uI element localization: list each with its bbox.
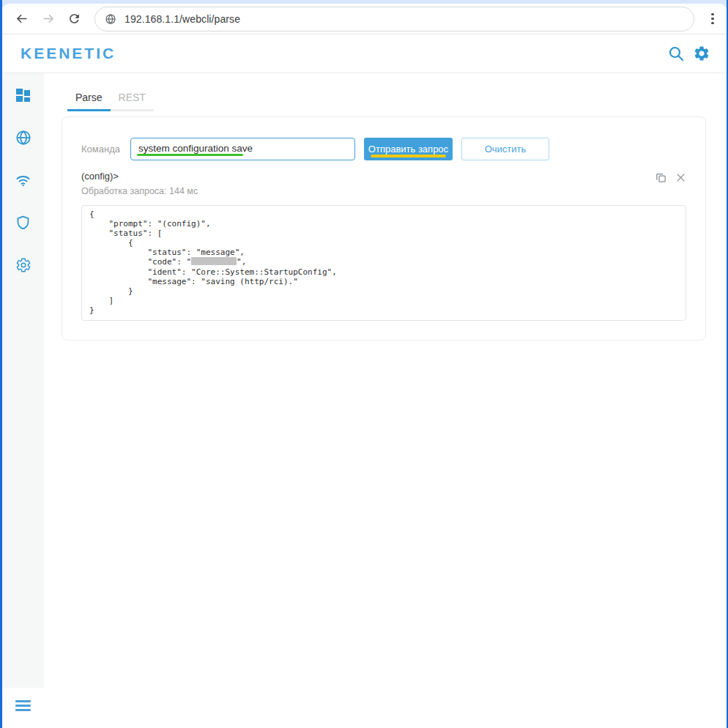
tab-parse[interactable]: Parse bbox=[67, 87, 111, 111]
cli-prompt: (config)> bbox=[81, 171, 198, 182]
copy-icon[interactable] bbox=[655, 172, 666, 183]
close-icon[interactable] bbox=[676, 173, 686, 182]
code-line: "code": "", bbox=[89, 257, 678, 267]
search-icon[interactable] bbox=[667, 45, 685, 62]
site-globe-icon bbox=[105, 13, 116, 25]
browser-menu-icon[interactable] bbox=[706, 10, 719, 28]
clear-button[interactable]: Очистить bbox=[461, 138, 549, 160]
shield-icon bbox=[15, 215, 31, 231]
code-line: { bbox=[89, 238, 678, 248]
tab-rest[interactable]: REST bbox=[111, 87, 154, 111]
command-label: Команда bbox=[81, 144, 120, 155]
redacted-value bbox=[191, 257, 237, 265]
code-line: "status": [ bbox=[89, 229, 678, 238]
sidebar-menu bbox=[2, 73, 44, 688]
internet-globe-icon bbox=[15, 130, 31, 146]
code-line: "ident": "Core::System::StartupConfig", bbox=[89, 267, 678, 277]
gear-icon[interactable] bbox=[693, 45, 710, 62]
code-line: ] bbox=[89, 296, 678, 305]
code-line: } bbox=[89, 286, 678, 296]
command-input[interactable] bbox=[130, 138, 355, 160]
tab-strip: Parse REST bbox=[67, 87, 727, 111]
browser-toolbar: 192.168.1.1/webcli/parse bbox=[2, 4, 727, 34]
submit-request-label: Отправить запрос bbox=[368, 144, 448, 155]
sidebar-footer bbox=[2, 688, 44, 724]
sidebar bbox=[2, 73, 44, 724]
wifi-icon bbox=[15, 172, 31, 189]
app-header: KEENETIC bbox=[2, 34, 727, 73]
browser-window: 192.168.1.1/webcli/parse KEENETIC bbox=[0, 0, 728, 728]
back-icon[interactable] bbox=[12, 10, 30, 28]
yellow-underline-annotation bbox=[371, 155, 446, 157]
dashboard-icon bbox=[15, 88, 31, 103]
main-content: Parse REST Команда Отправить запрос Очис… bbox=[44, 73, 727, 724]
code-line: "prompt": "(config)", bbox=[89, 219, 678, 229]
processing-time: Обработка запроса: 144 мс bbox=[81, 186, 198, 196]
address-bar[interactable]: 192.168.1.1/webcli/parse bbox=[94, 7, 694, 31]
parse-panel: Команда Отправить запрос Очистить (confi… bbox=[62, 116, 706, 341]
sidebar-item-management[interactable] bbox=[14, 256, 33, 274]
code-line: { bbox=[89, 209, 678, 219]
forward-icon[interactable] bbox=[40, 10, 57, 28]
sidebar-item-security[interactable] bbox=[14, 214, 33, 231]
code-line: } bbox=[89, 305, 678, 315]
code-line: "message": "saving (http/rci)." bbox=[89, 277, 678, 286]
json-output[interactable]: { "prompt": "(config)", "status": [ { "s… bbox=[81, 205, 686, 321]
sidebar-item-wifi[interactable] bbox=[14, 171, 33, 189]
sidebar-item-internet[interactable] bbox=[14, 129, 33, 146]
url-text: 192.168.1.1/webcli/parse bbox=[125, 13, 240, 25]
submit-request-button[interactable]: Отправить запрос bbox=[364, 138, 453, 160]
hamburger-menu-icon[interactable] bbox=[11, 696, 35, 716]
sidebar-item-dashboard[interactable] bbox=[14, 86, 33, 104]
output-header: (config)> Обработка запроса: 144 мс bbox=[81, 171, 686, 196]
code-line: "status": "message", bbox=[89, 248, 678, 257]
command-form: Команда Отправить запрос Очистить bbox=[81, 138, 686, 160]
management-gear-icon bbox=[15, 257, 31, 273]
keenetic-logo: KEENETIC bbox=[21, 45, 116, 62]
reload-icon[interactable] bbox=[65, 10, 83, 28]
